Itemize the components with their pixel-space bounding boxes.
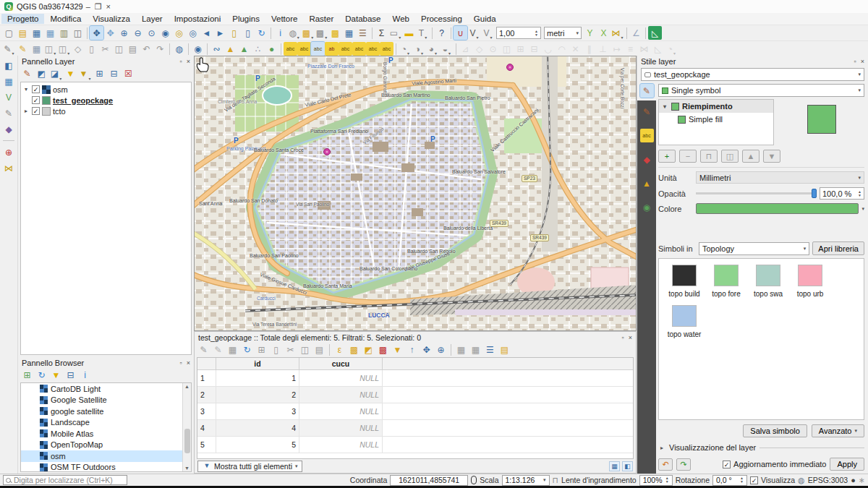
add-group[interactable]: ◩: [35, 67, 48, 81]
cell-id[interactable]: 2: [216, 387, 299, 403]
mouse-position-icon[interactable]: [471, 476, 477, 484]
menu-impostazioni[interactable]: Impostazioni: [169, 14, 227, 24]
rotate-feature[interactable]: ≡: [624, 42, 637, 56]
move-label[interactable]: abc: [352, 42, 366, 56]
curve-tool[interactable]: ◡: [541, 42, 555, 56]
filter-by-expression[interactable]: ▼: [78, 67, 92, 81]
save-project-as[interactable]: ▦: [43, 26, 57, 40]
delete-field[interactable]: ▦: [469, 343, 482, 357]
duplicate-symbol-layer[interactable]: ◫: [721, 150, 739, 163]
apply-button[interactable]: Apply: [830, 458, 864, 471]
open-att-table[interactable]: ▦: [342, 26, 356, 40]
menu-modifica[interactable]: Modifica: [44, 14, 87, 24]
select-all[interactable]: ▩: [347, 343, 361, 357]
menu-guida[interactable]: Guida: [468, 14, 502, 24]
close-panel-icon[interactable]: ×: [187, 58, 190, 65]
reshape-features[interactable]: ⋈: [637, 42, 651, 56]
digitize-shape[interactable]: ◺: [648, 26, 662, 40]
maximize-button[interactable]: ❐: [93, 2, 103, 12]
move-symbol-down[interactable]: ▼: [763, 150, 780, 163]
zoom-to-selection[interactable]: ◎: [172, 26, 186, 40]
open-project[interactable]: ▤: [16, 26, 30, 40]
menu-visualizza[interactable]: Visualizza: [87, 14, 136, 24]
toggle-editing[interactable]: ✎: [16, 42, 30, 56]
toggle-editing-table[interactable]: ✎: [197, 343, 210, 357]
scroll-down-icon[interactable]: ▼: [184, 466, 190, 471]
add-selected-layers[interactable]: ⊞: [20, 369, 34, 382]
new-geopackage-layer[interactable]: ◆: [2, 122, 16, 136]
saga-processing[interactable]: ▲: [237, 42, 251, 56]
locator-input[interactable]: Digita per localizzare (Ctrl+K): [3, 475, 127, 485]
multiedit-mode[interactable]: ✎: [211, 343, 225, 357]
zoom-native[interactable]: ⊙: [145, 26, 158, 40]
browser-item[interactable]: osm: [21, 450, 191, 462]
enable-tracing[interactable]: Y: [583, 26, 597, 40]
menu-vettore[interactable]: Vettore: [265, 14, 303, 24]
magnifier-spinbox[interactable]: 100%▲▼: [639, 475, 673, 486]
layout-manager[interactable]: ◫: [71, 26, 85, 40]
paste-style[interactable]: ◫: [57, 42, 71, 56]
zoom-last[interactable]: ◄: [200, 26, 213, 40]
filter-legend[interactable]: ▼: [64, 67, 77, 81]
pan-map[interactable]: ✥: [90, 26, 103, 40]
run-feature-action[interactable]: ◍: [287, 26, 301, 40]
text-annotation[interactable]: T: [416, 26, 430, 40]
layer-checkbox[interactable]: [32, 85, 40, 93]
symbol-swatch-item[interactable]: topo fore: [705, 265, 747, 298]
cell-id[interactable]: 3: [216, 403, 299, 419]
browser-item[interactable]: Landscape: [21, 417, 191, 429]
close-button[interactable]: ×: [103, 2, 114, 11]
invert-selection[interactable]: ◩: [362, 343, 375, 357]
cell-cucu[interactable]: NULL: [299, 403, 383, 419]
copy-features-table[interactable]: ◫: [298, 343, 312, 357]
snapping-options[interactable]: ∪: [454, 26, 467, 40]
highlight-pinned-labels[interactable]: abc: [311, 42, 325, 56]
topology-checker[interactable]: ⋈: [2, 161, 16, 175]
georeferencer[interactable]: ⊕: [2, 145, 16, 159]
column-header-cucu[interactable]: cucu: [299, 358, 383, 369]
render-checkbox[interactable]: [750, 476, 758, 484]
pin-unpin-labels[interactable]: ab: [325, 42, 339, 56]
self-snapping[interactable]: ⋈: [610, 26, 624, 40]
show-bookmarks[interactable]: ▯: [241, 26, 255, 40]
deselect-all[interactable]: ▩: [376, 343, 390, 357]
zoom-out[interactable]: ⊖: [131, 26, 145, 40]
zoom-in[interactable]: ⊕: [117, 26, 131, 40]
cell-cucu[interactable]: NULL: [299, 420, 383, 436]
float-panel-icon[interactable]: ▫: [180, 359, 182, 367]
delete-selected-table[interactable]: ▯: [269, 343, 283, 357]
open-layer-styling-panel[interactable]: ✎: [20, 67, 34, 81]
diagram-options[interactable]: ◑: [412, 42, 426, 56]
corner-header[interactable]: [197, 358, 216, 369]
reload-table[interactable]: ↻: [240, 343, 254, 357]
menu-progetto[interactable]: Progetto: [1, 14, 44, 24]
browser-item[interactable]: Mobile Atlas: [21, 428, 191, 440]
vertex-editor[interactable]: ◇: [71, 42, 85, 56]
layer-tree-item[interactable]: ▾ osm: [21, 84, 191, 95]
cut-features[interactable]: ✂: [98, 42, 112, 56]
cell-cucu[interactable]: NULL: [299, 437, 383, 453]
split-parts[interactable]: ∥: [582, 42, 596, 56]
merge-features[interactable]: ⊥: [596, 42, 610, 56]
spinner-arrows-icon[interactable]: ▲▼: [535, 30, 538, 37]
scale-digitize[interactable]: ∴: [251, 42, 265, 56]
messages-icon[interactable]: ●: [851, 476, 856, 484]
identify-features[interactable]: i: [273, 26, 287, 40]
save-edits-table[interactable]: ▦: [226, 343, 239, 357]
browser-item[interactable]: Google Satellite: [21, 395, 191, 406]
elevation-profile[interactable]: ∠: [629, 26, 643, 40]
ellipse-tool[interactable]: ⊟: [527, 42, 541, 56]
menu-processing[interactable]: Processing: [415, 14, 468, 24]
delete-selected[interactable]: ▯: [85, 42, 98, 56]
cad-tools[interactable]: ⊿: [459, 42, 472, 56]
scroll-thumb[interactable]: [184, 429, 190, 453]
remove-layer[interactable]: ☒: [122, 67, 135, 81]
menu-web[interactable]: Web: [387, 14, 415, 24]
vertex-tool-current[interactable]: V: [481, 26, 495, 40]
help-contents[interactable]: ?: [435, 26, 448, 40]
open-field-calculator[interactable]: ☰: [483, 343, 497, 357]
statistics-summary[interactable]: Σ: [375, 26, 388, 40]
live-update-checkbox[interactable]: [723, 461, 731, 468]
snapping-units-select[interactable]: metri ▾: [544, 27, 582, 39]
minimize-button[interactable]: –: [83, 2, 93, 11]
